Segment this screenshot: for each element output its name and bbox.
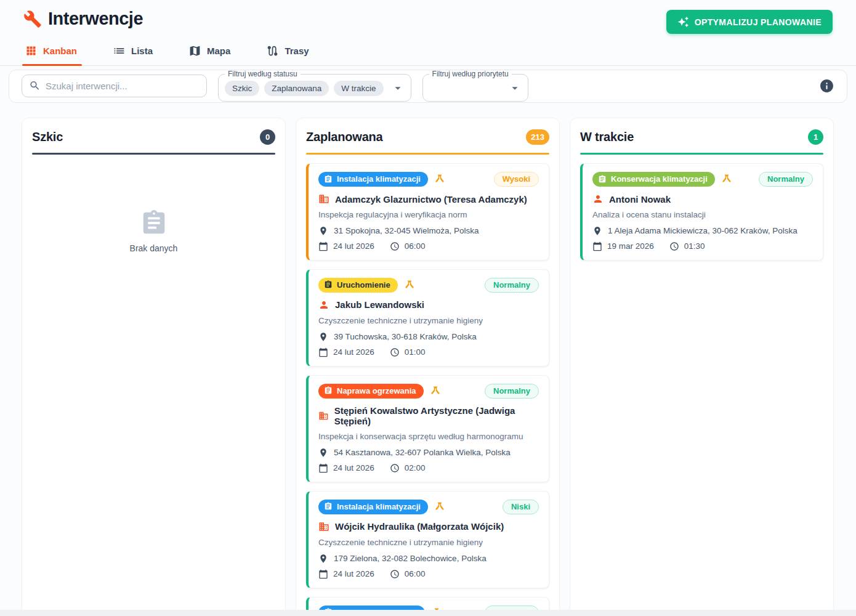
clipboard-icon xyxy=(324,280,333,289)
column-count-badge: 0 xyxy=(260,129,275,145)
filter-toolbar: Filtruj według statusu SzkicZaplanowanaW… xyxy=(9,70,847,103)
card-address: 54 Kasztanowa, 32-607 Polanka Wielka, Po… xyxy=(334,448,511,457)
intervention-card[interactable]: Konserwacja klimatyzacjiNormalnyAntoni N… xyxy=(580,163,823,261)
card-pill-row: Naprawa ogrzewaniaNormalny xyxy=(318,384,539,399)
location-pin-icon xyxy=(318,448,328,458)
card-schedule-row: 24 lut 202606:00 xyxy=(318,241,539,251)
calendar-icon xyxy=(592,241,602,251)
entity-name: Jakub Lewandowski xyxy=(335,299,424,310)
intervention-card[interactable]: Instalacja klimatyzacjiWysokiAdamczyk Gl… xyxy=(306,163,549,261)
intervention-type-label: Uruchomienie xyxy=(337,280,390,290)
clipboard-icon xyxy=(324,175,333,184)
card-date: 19 mar 2026 xyxy=(592,241,654,251)
empty-state: Brak danych xyxy=(32,209,275,253)
tab-lista[interactable]: Lista xyxy=(110,39,158,65)
tab-label: Kanban xyxy=(43,46,77,56)
card-description: Czyszczenie techniczne i utrzymanie higi… xyxy=(318,538,539,548)
calendar-icon xyxy=(318,569,328,579)
tab-trasy[interactable]: Trasy xyxy=(264,39,313,65)
grid-icon xyxy=(25,44,38,57)
column-accent-rule xyxy=(32,153,275,155)
clipboard-icon xyxy=(32,209,275,237)
priority-badge: Wysoki xyxy=(494,172,539,187)
card-schedule-row: 24 lut 202606:00 xyxy=(318,569,539,579)
chevron-down-icon[interactable] xyxy=(508,81,522,95)
tab-label: Lista xyxy=(131,46,153,56)
card-time: 01:00 xyxy=(390,347,426,357)
card-date: 24 lut 2026 xyxy=(318,241,374,251)
status-filter[interactable]: Filtruj według statusu SzkicZaplanowanaW… xyxy=(218,70,411,102)
entity-name: Wójcik Hydraulika (Małgorzata Wójcik) xyxy=(335,521,504,532)
priority-filter[interactable]: Filtruj według priorytetu xyxy=(422,70,528,102)
building-icon xyxy=(318,410,329,421)
entity-name: Stępień Kowalstwo Artystyczne (Jadwiga S… xyxy=(334,405,539,426)
search-icon xyxy=(29,80,41,92)
card-address: 39 Tuchowska, 30-618 Kraków, Polska xyxy=(334,332,477,341)
card-date-text: 19 mar 2026 xyxy=(607,241,654,251)
chevron-down-icon[interactable] xyxy=(391,81,405,95)
view-tabs: KanbanListaMapaTrasy xyxy=(0,39,856,66)
status-chip-w-trakcie[interactable]: W trakcie xyxy=(334,81,383,96)
app-header: Interwencje OPTYMALIZUJ PLANOWANIE xyxy=(0,0,856,34)
card-date-text: 24 lut 2026 xyxy=(333,241,374,251)
card-time: 06:00 xyxy=(390,569,426,579)
card-pill-row: UruchomienieNormalny xyxy=(318,278,539,293)
status-chip-szkic[interactable]: Szkic xyxy=(225,81,259,96)
card-date-text: 24 lut 2026 xyxy=(333,347,374,357)
person-icon xyxy=(318,299,329,310)
intervention-type-label: Konserwacja klimatyzacji xyxy=(611,174,708,184)
calendar-icon xyxy=(318,463,328,473)
tab-mapa[interactable]: Mapa xyxy=(186,39,235,65)
tab-kanban[interactable]: Kanban xyxy=(22,39,82,65)
chevron-down-icon[interactable] xyxy=(508,81,522,95)
column-accent-rule xyxy=(580,153,823,155)
column-header: Szkic0 xyxy=(32,129,275,145)
card-time-text: 06:00 xyxy=(405,241,426,251)
card-date: 24 lut 2026 xyxy=(318,347,374,357)
search-box xyxy=(22,75,207,97)
column-title: W trakcie xyxy=(580,130,634,144)
intervention-card[interactable]: Instalacja klimatyzacjiNiskiWójcik Hydra… xyxy=(306,491,549,588)
intervention-type-label: Instalacja klimatyzacji xyxy=(337,502,421,511)
card-entity-row: Jakub Lewandowski xyxy=(318,299,539,310)
intervention-type-pill: Instalacja klimatyzacji xyxy=(318,172,428,187)
intervention-card[interactable]: UruchomienieNormalnyJakub LewandowskiCzy… xyxy=(306,269,549,367)
kanban-column-zaplanowana: Zaplanowana213Instalacja klimatyzacjiWys… xyxy=(296,118,560,616)
status-chip-zaplanowana[interactable]: Zaplanowana xyxy=(264,81,329,96)
calendar-icon xyxy=(318,347,328,357)
card-pill-row: Instalacja klimatyzacjiWysoki xyxy=(318,172,539,187)
card-time-text: 01:30 xyxy=(684,241,705,251)
clock-icon xyxy=(390,569,400,579)
card-schedule-row: 24 lut 202601:00 xyxy=(318,347,539,357)
info-icon xyxy=(819,78,834,94)
info-button[interactable] xyxy=(819,78,834,94)
column-count-badge: 1 xyxy=(808,129,823,145)
sparkles-icon xyxy=(677,16,689,28)
search-input[interactable] xyxy=(22,75,207,97)
card-schedule-row: 24 lut 202602:00 xyxy=(318,463,539,473)
column-count-badge: 213 xyxy=(526,129,549,145)
card-entity-row: Stępień Kowalstwo Artystyczne (Jadwiga S… xyxy=(318,405,539,426)
optimize-planning-button[interactable]: OPTYMALIZUJ PLANOWANIE xyxy=(666,10,833,34)
flask-icon xyxy=(430,386,441,397)
column-header: Zaplanowana213 xyxy=(306,129,549,145)
card-description: Analiza i ocena stanu instalacji xyxy=(592,210,813,221)
flask-icon xyxy=(434,501,445,513)
priority-filter-label: Filtruj według priorytetu xyxy=(429,70,512,78)
intervention-card[interactable]: Naprawa ogrzewaniaNormalnyStępień Kowals… xyxy=(306,375,549,482)
intervention-type-pill: Uruchomienie xyxy=(318,278,398,293)
wrench-icon xyxy=(23,10,42,28)
card-date-text: 24 lut 2026 xyxy=(333,463,374,472)
kanban-column-szkic: Szkic0Brak danych xyxy=(22,118,286,616)
location-pin-icon xyxy=(318,226,328,236)
chevron-down-icon[interactable] xyxy=(391,81,405,95)
sparkles-icon xyxy=(677,16,689,28)
card-time-text: 02:00 xyxy=(405,463,426,472)
clock-icon xyxy=(390,241,400,251)
kanban-column-w-trakcie: W trakcie1Konserwacja klimatyzacjiNormal… xyxy=(570,118,834,616)
building-icon xyxy=(318,521,329,532)
column-title: Szkic xyxy=(32,130,63,144)
column-accent-rule xyxy=(306,153,549,155)
intervention-type-label: Naprawa ogrzewania xyxy=(337,386,416,395)
priority-badge: Normalny xyxy=(485,384,539,399)
